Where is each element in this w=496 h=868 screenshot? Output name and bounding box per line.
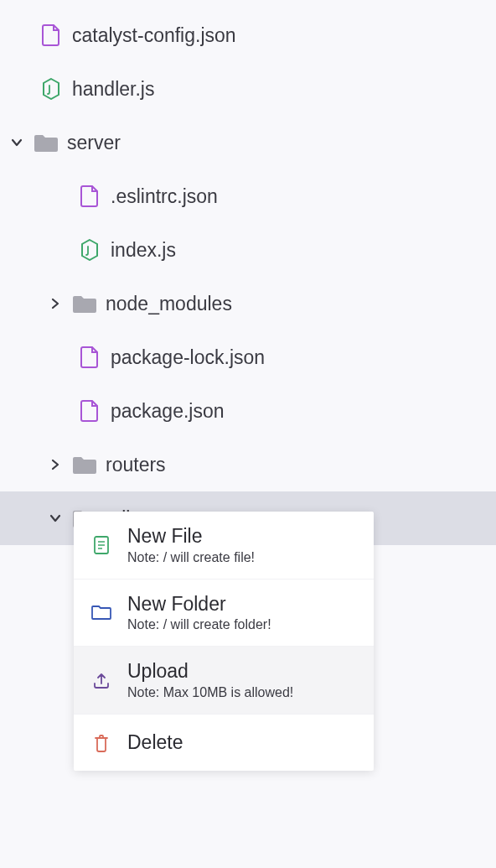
folder-icon — [34, 130, 59, 155]
tree-item-label: server — [67, 132, 121, 154]
js-file-icon — [77, 237, 102, 262]
context-item-title: New Folder — [127, 593, 271, 616]
tree-item-eslintrc[interactable]: .eslintrc.json — [0, 169, 496, 223]
tree-item-label: catalyst-config.json — [72, 24, 236, 47]
context-item-title: Delete — [127, 731, 183, 755]
upload-icon — [90, 669, 112, 691]
chevron-right-icon[interactable] — [44, 292, 67, 315]
tree-item-label: .eslintrc.json — [111, 185, 218, 208]
chevron-right-icon[interactable] — [44, 453, 67, 476]
folder-icon — [72, 452, 97, 477]
folder-icon — [72, 291, 97, 316]
tree-item-label: routers — [106, 454, 166, 476]
tree-item-handler-js[interactable]: handler.js — [0, 62, 496, 116]
context-item-upload[interactable]: Upload Note: Max 10MB is allowed! — [74, 647, 374, 715]
chevron-down-icon[interactable] — [44, 507, 67, 530]
file-tree: catalyst-config.json handler.js server .… — [0, 0, 496, 545]
context-item-new-folder[interactable]: New Folder Note: / will create folder! — [74, 580, 374, 647]
context-item-note: Note: Max 10MB is allowed! — [127, 685, 293, 700]
tree-item-index-js[interactable]: index.js — [0, 223, 496, 277]
tree-item-package-json[interactable]: package.json — [0, 384, 496, 438]
tree-item-label: handler.js — [72, 78, 154, 101]
tree-item-catalyst-config[interactable]: catalyst-config.json — [0, 8, 496, 62]
context-item-title: New File — [127, 525, 255, 548]
context-menu: New File Note: / will create file! New F… — [74, 512, 374, 771]
context-item-delete[interactable]: Delete — [74, 715, 374, 772]
json-file-icon — [77, 398, 102, 424]
tree-item-node-modules[interactable]: node_modules — [0, 277, 496, 330]
chevron-down-icon[interactable] — [5, 131, 28, 154]
tree-item-package-lock[interactable]: package-lock.json — [0, 330, 496, 384]
json-file-icon — [39, 23, 64, 48]
js-file-icon — [39, 76, 64, 101]
context-item-note: Note: / will create folder! — [127, 617, 271, 632]
delete-icon — [90, 732, 112, 754]
tree-item-label: package.json — [111, 400, 225, 423]
tree-item-label: package-lock.json — [111, 346, 265, 369]
new-file-icon — [90, 534, 112, 556]
context-item-note: Note: / will create file! — [127, 550, 255, 565]
json-file-icon — [77, 345, 102, 370]
tree-item-label: node_modules — [106, 293, 232, 315]
tree-item-label: index.js — [111, 239, 176, 262]
tree-item-server[interactable]: server — [0, 116, 496, 169]
new-folder-icon — [90, 601, 112, 623]
context-item-title: Upload — [127, 660, 293, 683]
json-file-icon — [77, 184, 102, 209]
tree-item-routers[interactable]: routers — [0, 438, 496, 491]
context-item-new-file[interactable]: New File Note: / will create file! — [74, 512, 374, 580]
